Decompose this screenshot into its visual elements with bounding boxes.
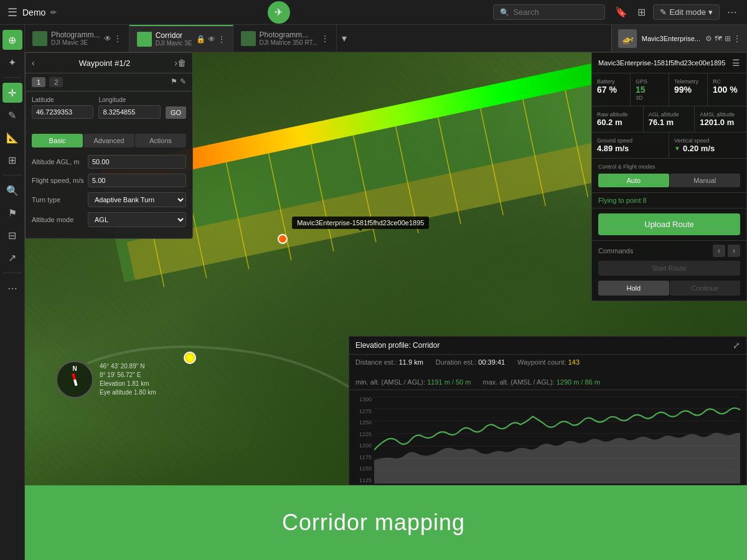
top-bar: ☰ Demo ✏ ✈ 🔍 🔖 ⊞ ✎ Edit mode ▾ ⋯ bbox=[0, 0, 747, 25]
commands-next-button[interactable]: › bbox=[728, 245, 740, 257]
compass: N bbox=[56, 361, 93, 398]
tab-sub-2: DJI Mavic 3E bbox=[156, 40, 192, 47]
bookmark-icon[interactable]: 🔖 bbox=[613, 4, 630, 21]
altitude-mode-select[interactable]: AGL bbox=[88, 212, 186, 227]
drone-tab-name: Mavic3Enterprise... bbox=[642, 35, 700, 42]
auto-mode-button[interactable]: Auto bbox=[598, 174, 669, 187]
waypoint-title: Waypoint #1/2 bbox=[35, 58, 175, 68]
drone-thumbnail: 🚁 bbox=[618, 29, 637, 48]
app-title: Demo bbox=[22, 7, 45, 17]
tab-name-2: Corridor bbox=[156, 31, 192, 40]
drone-tooltip: Mavic3Enterprise-1581f5fhd23ce00e1895 bbox=[292, 217, 429, 229]
sidebar-icon-cursor[interactable]: ✛ bbox=[2, 83, 22, 103]
lock-icon[interactable]: 🔒 bbox=[196, 35, 205, 44]
flight-speed-label: Flight speed, m/s bbox=[32, 177, 88, 184]
raw-altitude-stat: Raw altitude 60.2 m bbox=[592, 106, 644, 132]
more-icon-1[interactable]: ⋮ bbox=[114, 34, 121, 43]
latitude-input[interactable] bbox=[32, 105, 93, 119]
sidebar-icon-flag[interactable]: ⚑ bbox=[2, 203, 22, 223]
waypoint-icon-edit[interactable]: ✎ bbox=[180, 77, 186, 87]
elevation-expand-icon[interactable]: ⤢ bbox=[733, 340, 740, 350]
drone-tab-icon-2[interactable]: 🗺 bbox=[715, 34, 722, 43]
more-icon-2[interactable]: ⋮ bbox=[218, 35, 225, 44]
longitude-label: Longitude bbox=[98, 96, 160, 103]
turn-type-select[interactable]: Adaptive Bank Turn bbox=[88, 192, 186, 207]
longitude-input[interactable] bbox=[98, 105, 160, 119]
eye-icon-1[interactable]: 👁 bbox=[104, 34, 111, 43]
elevation-profile-title: Elevation profile: Corridor bbox=[355, 341, 439, 350]
eye-icon-2[interactable]: 👁 bbox=[208, 35, 215, 44]
tab-corridor[interactable]: Corridor DJI Mavic 3E 🔒 👁 ⋮ bbox=[129, 25, 233, 52]
sidebar-divider-3 bbox=[2, 273, 22, 273]
compass-north-label: N bbox=[72, 365, 77, 372]
go-button[interactable]: GO bbox=[166, 106, 186, 119]
sidebar-icon-edit[interactable]: ✎ bbox=[2, 105, 22, 125]
tab-actions[interactable]: Actions bbox=[135, 134, 186, 147]
tab-basic[interactable]: Basic bbox=[32, 134, 83, 147]
drone-panel-menu-icon[interactable]: ☰ bbox=[732, 58, 740, 68]
waypoint-tab-2[interactable]: 2 bbox=[49, 77, 63, 87]
sidebar-icon-star[interactable]: ✦ bbox=[2, 52, 22, 72]
telemetry-stat: Telemetry 99% bbox=[669, 73, 708, 106]
layers-icon[interactable]: ⊞ bbox=[635, 4, 648, 21]
bottom-banner-text: Corridor mapping bbox=[282, 510, 465, 536]
ground-speed-stat: Ground speed 4.89 m/s bbox=[592, 133, 669, 158]
chevron-down-icon: ▾ bbox=[708, 7, 713, 17]
tab-advanced[interactable]: Advanced bbox=[83, 134, 134, 147]
manual-mode-button[interactable]: Manual bbox=[670, 174, 741, 187]
vertical-speed-stat: Vertical speed ▼0.20 m/s bbox=[669, 133, 746, 158]
edit-mode-icon: ✎ bbox=[660, 7, 667, 17]
edit-mode-button[interactable]: ✎ Edit mode ▾ bbox=[653, 4, 720, 20]
more-icon-3[interactable]: ⋮ bbox=[321, 34, 329, 43]
commands-prev-button[interactable]: ‹ bbox=[713, 245, 725, 257]
map-coordinates: 46° 43' 20.89'' N 8° 19' 56.72'' E Eleva… bbox=[100, 362, 156, 397]
agl-altitude-stat: AGL altitude 76.1 m bbox=[644, 106, 695, 132]
hold-button[interactable]: Hold bbox=[598, 281, 669, 296]
speed-arrow-icon: ▼ bbox=[674, 145, 680, 152]
menu-icon[interactable]: ☰ bbox=[7, 6, 17, 19]
search-icon: 🔍 bbox=[500, 8, 509, 17]
ep-duration: Duration est.: 00:39:41 bbox=[436, 358, 505, 366]
sidebar-icon-measure[interactable]: 📐 bbox=[2, 128, 22, 147]
waypoint-tab-1[interactable]: 1 bbox=[32, 77, 45, 87]
tab-name-1: Photogramm... bbox=[51, 30, 100, 39]
drone-tab-icon-3[interactable]: ⊞ bbox=[725, 34, 731, 43]
sidebar-icon-route[interactable]: ↗ bbox=[2, 248, 22, 268]
commands-label: Commands bbox=[598, 247, 633, 254]
tabs-row: Photogramm... DJI Mavic 3E 👁 ⋮ Corridor … bbox=[25, 25, 747, 52]
edit-mode-label: Edit mode bbox=[669, 7, 706, 17]
altitude-agl-input[interactable] bbox=[88, 155, 186, 169]
search-input[interactable] bbox=[513, 7, 588, 17]
upload-route-button[interactable]: Upload Route bbox=[598, 213, 740, 235]
sidebar-icon-grid[interactable]: ⊟ bbox=[2, 225, 22, 245]
sidebar-icon-more[interactable]: ⋯ bbox=[2, 278, 22, 298]
coords-elevation: Elevation 1.81 km bbox=[100, 380, 156, 388]
flight-speed-input[interactable] bbox=[88, 174, 186, 187]
search-box[interactable]: 🔍 bbox=[493, 4, 605, 20]
edit-title-icon[interactable]: ✏ bbox=[50, 8, 57, 17]
tabs-expand-icon[interactable]: ▾ bbox=[337, 32, 352, 44]
continue-button[interactable]: Continue bbox=[670, 281, 741, 296]
left-sidebar: ⊕ ✦ ✛ ✎ 📐 ⊞ 🔍 ⚑ ⊟ ↗ ⋯ bbox=[0, 25, 25, 560]
more-options-icon[interactable]: ⋯ bbox=[725, 4, 740, 21]
drone-tab-more[interactable]: ⋮ bbox=[733, 34, 741, 43]
waypoint-delete-button[interactable]: 🗑 bbox=[177, 58, 186, 68]
ep-waypoint-count: Waypoint count: 143 bbox=[517, 358, 580, 366]
drone-status-tab[interactable]: 🚁 Mavic3Enterprise... ⚙ 🗺 ⊞ ⋮ bbox=[611, 25, 747, 52]
sidebar-icon-search[interactable]: 🔍 bbox=[2, 180, 22, 200]
altitude-mode-label: Altitude mode bbox=[32, 216, 88, 223]
start-route-button[interactable]: Start Route bbox=[598, 261, 740, 276]
waypoint-icon-flag[interactable]: ⚑ bbox=[171, 77, 177, 87]
tab-photogrammetry-1[interactable]: Photogramm... DJI Mavic 3E 👁 ⋮ bbox=[25, 25, 129, 52]
sidebar-icon-add[interactable]: ⊕ bbox=[2, 30, 22, 50]
amsl-altitude-stat: AMSL altitude 1201.0 m bbox=[695, 106, 746, 132]
ep-min-alt: min. alt. (AMSL / AGL): 1191 m / 50 m ma… bbox=[355, 378, 740, 386]
drone-tab-icon-1[interactable]: ⚙ bbox=[705, 34, 712, 43]
drone-home-button[interactable]: ✈ bbox=[268, 1, 290, 24]
tab-photogrammetry-2[interactable]: Photogramm... DJI Matrice 350 RT... ⋮ bbox=[233, 25, 337, 52]
tab-name-3: Photogramm... bbox=[260, 30, 317, 39]
turn-type-label: Turn type bbox=[32, 196, 88, 203]
gps-stat: GPS 15 3D bbox=[631, 73, 669, 106]
sidebar-icon-layers[interactable]: ⊞ bbox=[2, 150, 22, 170]
flying-status: Flying to point 8 bbox=[592, 193, 746, 208]
